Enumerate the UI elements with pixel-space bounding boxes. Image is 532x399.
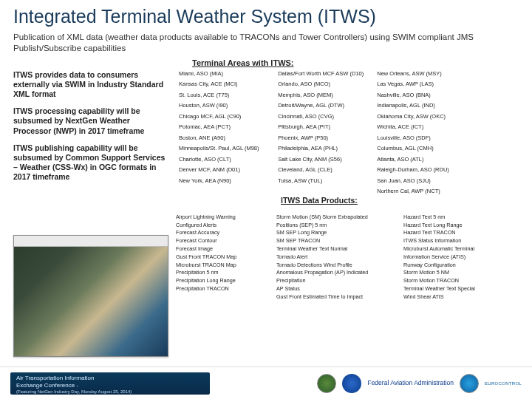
terminal-item: Minneapolis/St. Paul, AGL (M98) [179,145,265,153]
products-column-3: Hazard Text 5 nmHazard Text Long RangeHa… [403,214,519,301]
data-products-header: ITWS Data Products: [281,196,358,205]
bullet-css-wx-2017: ITWS publishing capability will be subsu… [13,143,168,183]
conference-banner: Air Transportation Information Exchange … [10,372,210,395]
terminal-item: Houston, ASW (I90) [179,102,265,110]
product-item: Airport Lightning Warning [176,214,265,222]
product-item: Storm Motion 5 NM [403,269,519,277]
banner-line-2: Exchange Conference - [16,382,204,389]
products-column-2: Storm Motion (SM) Storm ExtrapolatedPosi… [276,214,392,301]
terminal-item: St. Louis, ACE (T75) [179,92,265,100]
bullet-swim-xml: ITWS provides data to consumers external… [13,70,168,99]
terminal-item: Detroit/Wayne, AGL (DTW) [278,102,364,110]
product-item: Tornado Detections Wind Profile [276,262,392,270]
product-item: Tornado Alert [276,253,392,262]
product-item: AP Status [276,285,392,293]
product-item: Runway Configuration [403,262,519,270]
terminal-item: Northern Cal, AWP (NCT) [377,188,463,196]
terminal-item: Boston, ANE (A90) [179,134,265,143]
product-item: Anomalous Propagation (AP) Indicated [276,269,392,277]
bullet-nwp-2017: ITWS processing capability will be subsu… [13,106,168,135]
terminal-item: Oklahoma City, ASW (OKC) [377,113,463,121]
terminal-item: Phoenix, AWP (P50) [278,134,364,143]
terminal-item: New Orleans, ASW (MSY) [377,70,463,78]
product-item: Forecast Accuracy [176,229,265,237]
terminal-item: Salt Lake City, ANM (S56) [278,156,364,164]
product-item: Gust Front Estimated Time to Impact [276,293,392,301]
product-item: Precipitation [276,277,392,285]
terminal-item: Denver MCF, ANM (D01) [179,166,265,174]
terminal-item: Tulsa, ASW (TUL) [278,177,364,185]
product-item: SM SEP TRACON [276,237,392,245]
terminal-item: Chicago MCF, AGL (C90) [179,113,265,121]
seal-icon [317,374,336,393]
eurocontrol-logo-icon [460,374,479,393]
faa-label: Federal Aviation Administration [367,380,454,386]
terminal-item: Cincinnati, ASO (CVG) [278,113,364,121]
slide-subtitle: Publication of XML data (weather data pr… [0,29,532,57]
product-item: Gust Front TRACON Map [176,253,265,262]
footer-bar: Air Transportation Information Exchange … [0,366,532,399]
terminal-item: Raleigh-Durham, ASO (RDU) [377,166,463,174]
product-item: Positions (SEP) 5 nm [276,222,392,230]
map-screenshot [13,235,168,357]
product-item: Information Service (ATIS) [403,253,519,262]
banner-line-3: (Featuring NetGen Industry Day, Monday A… [16,389,204,395]
terminal-item: Atlanta, ASO (ATL) [377,156,463,164]
product-item: Microburst Automatic Terminal [403,245,519,253]
slide-title: Integrated Terminal Weather System (ITWS… [0,0,532,29]
product-item: Hazard Text 5 nm [403,214,519,222]
terminal-item: San Juan, ASO (SJU) [377,177,463,185]
product-item: Microburst TRACON Map [176,262,265,270]
eurocontrol-label: EUROCONTROL [485,381,522,386]
terminal-item: Dallas/Fort Worth MCF ASW (D10) [278,70,364,78]
terminal-item: Louisville, ASO (SDF) [377,134,463,143]
terminal-item: Las Vegas, AWP (LAS) [377,81,463,89]
product-item: Configured Alerts [176,222,265,230]
terminal-areas-header: Terminal Areas with ITWS: [0,57,532,70]
products-column-1: Airport Lightning WarningConfigured Aler… [176,214,265,301]
product-item: Hazard Text TRACON [403,229,519,237]
terminal-item: Miami, ASO (MIA) [179,70,265,78]
product-item: Precipitation TRACON [176,285,265,293]
product-item: Storm Motion TRACON [403,277,519,285]
terminal-item: New York, AEA (N90) [179,177,265,185]
banner-line-1: Air Transportation Information [16,375,204,382]
terminal-item: Kansas City, ACE (MCI) [179,81,265,89]
product-item: Forecast Contour [176,237,265,245]
product-item: ITWS Status Information [403,237,519,245]
product-item: Storm Motion (SM) Storm Extrapolated [276,214,392,222]
terminal-item: Indianapolis, AGL (IND) [377,102,463,110]
product-item: Terminal Weather Text Special [403,285,519,293]
faa-logo-icon [342,374,361,393]
product-item: Wind Shear ATIS [403,293,519,301]
terminal-item: Nashville, ASO (BNA) [377,92,463,100]
terminal-area-grid: Miami, ASO (MIA)Dallas/Fort Worth MCF AS… [179,70,463,196]
product-item: Precipitation Long Range [176,277,265,285]
product-item: Forecast Image [176,245,265,253]
terminal-item: Orlando, ASO (MCO) [278,81,364,89]
terminal-item: Charlotte, ASO (CLT) [179,156,265,164]
product-item: Precipitation 5 nm [176,269,265,277]
terminal-item: Columbus, AGL (CMH) [377,145,463,153]
terminal-item: Cleveland, AGL (CLE) [278,166,364,174]
terminal-item: Memphis, ASO (MEM) [278,92,364,100]
terminal-item [179,188,265,196]
terminal-item: Philadelphia, AEA (PHL) [278,145,364,153]
product-item: SM SEP Long Range [276,229,392,237]
terminal-item: Potomac, AEA (PCT) [179,123,265,132]
product-item: Hazard Text Long Range [403,222,519,230]
product-item: Terminal Weather Text Normal [276,245,392,253]
terminal-item: Wichita, ACE (ICT) [377,123,463,132]
terminal-item: Pittsburgh, AEA (PIT) [278,123,364,132]
